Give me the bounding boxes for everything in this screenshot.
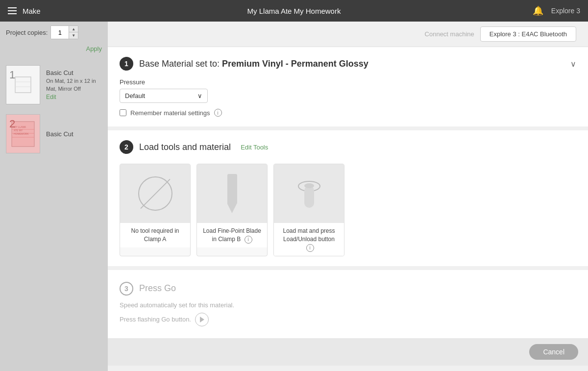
mat-info-icon[interactable]: i (306, 244, 314, 252)
top-bar: Make My Llama Ate My Homework 🔔 Explore … (0, 0, 588, 22)
tool-card-no-tool: No tool required in Clamp A (120, 164, 191, 256)
project-copies-row: Project copies: ▲ ▼ (0, 22, 108, 43)
mat1-edit-link[interactable]: Edit (46, 94, 56, 100)
blade-info-icon[interactable]: i (245, 236, 252, 244)
pressure-chevron-icon: ∨ (197, 92, 202, 99)
pressure-row: Pressure Default ∨ (120, 78, 576, 103)
section1-number: 1 (120, 57, 133, 71)
sidebar-item-mat1[interactable]: 1 Basic Cut On Mat, 12 in x 12 in Mat, M… (0, 60, 108, 109)
svg-rect-0 (15, 77, 31, 93)
mat2-number: 2 (9, 118, 15, 130)
section3-header: 3 Press Go (120, 282, 576, 296)
edit-tools-link[interactable]: Edit Tools (241, 144, 268, 151)
machine-name-label: Explore 3 (551, 7, 580, 15)
mat-press-icon (290, 169, 329, 218)
section3-title: Press Go (139, 283, 176, 294)
copies-decrement[interactable]: ▼ (69, 32, 78, 39)
section1-material: Premium Vinyl - Permanent Glossy (222, 59, 368, 69)
sidebar-items: 1 Basic Cut On Mat, 12 in x 12 in Mat, M… (0, 56, 108, 371)
section2-title: Load tools and material (139, 142, 231, 152)
mat1-label: Basic Cut (46, 69, 102, 76)
pressure-select[interactable]: Default ∨ (120, 89, 208, 103)
tool-card-no-tool-label: No tool required in Clamp A (120, 223, 190, 247)
section1-chevron-icon[interactable]: ∨ (570, 59, 576, 69)
section3-number: 3 (120, 282, 133, 296)
remember-label: Remember material settings (130, 109, 210, 117)
page-title: My Llama Ate My Homework (247, 7, 341, 15)
mat1-thumbnail: 1 (6, 65, 40, 104)
play-triangle-icon (200, 317, 204, 322)
connect-machine-label: Connect machine (425, 30, 474, 38)
section-press-go: 3 Press Go Speed automatically set for t… (108, 270, 588, 338)
svg-rect-11 (304, 186, 314, 208)
copies-increment[interactable]: ▲ (69, 26, 78, 32)
tool-card-blade-image (197, 164, 267, 223)
mat1-info: Basic Cut On Mat, 12 in x 12 in Mat, Mir… (46, 69, 102, 100)
top-bar-right: 🔔 Explore 3 (533, 5, 580, 16)
svg-point-12 (304, 183, 314, 188)
svg-text:HOMEWORK: HOMEWORK (14, 132, 29, 135)
section1-title: Base Material set to: Premium Vinyl - Pe… (139, 59, 368, 69)
main-content: Connect machine Explore 3 : E4AC Bluetoo… (108, 22, 588, 371)
stepper-buttons: ▲ ▼ (69, 26, 78, 39)
copies-input[interactable] (51, 26, 69, 39)
mat1-details: On Mat, 12 in x 12 in Mat, Mirror Off (46, 77, 102, 93)
tool-card-blade: Load Fine-Point Blade in Clamp B i (196, 164, 268, 256)
tool-card-mat-label: Load mat and press Load/Unload button i (274, 223, 344, 256)
section2-header: 2 Load tools and material Edit Tools (120, 140, 576, 154)
svg-text:MY LLAMA: MY LLAMA (14, 125, 26, 128)
remember-info-icon[interactable]: i (214, 109, 222, 117)
mat2-thumbnail: 2 MY LLAMA ATE MY HOMEWORK (6, 114, 40, 153)
apply-button[interactable]: Apply (0, 43, 108, 56)
sidebar: Project copies: ▲ ▼ Apply 1 (0, 22, 108, 371)
mat1-number: 1 (9, 69, 15, 81)
tools-grid: No tool required in Clamp A Load Fine-Po… (120, 164, 576, 256)
main-layout: Project copies: ▲ ▼ Apply 1 (0, 22, 588, 371)
copies-stepper[interactable]: ▲ ▼ (50, 25, 78, 39)
tool-card-blade-label: Load Fine-Point Blade in Clamp B i (197, 223, 267, 247)
pressure-value: Default (125, 92, 145, 99)
mat2-info: Basic Cut (46, 130, 74, 138)
play-button[interactable] (195, 313, 209, 326)
go-press-row: Press flashing Go button. (120, 313, 576, 326)
project-copies-label: Project copies: (6, 29, 48, 36)
blade-icon (227, 174, 237, 213)
connect-machine-bar: Connect machine Explore 3 : E4AC Bluetoo… (108, 22, 588, 47)
mat1-icon (13, 75, 33, 95)
footer: Cancel (108, 338, 588, 366)
section2-number: 2 (120, 140, 133, 154)
hamburger-menu[interactable] (8, 7, 17, 14)
go-speed-text: Speed automatically set for this materia… (120, 301, 576, 309)
no-tool-icon (138, 176, 172, 211)
blade-body (227, 174, 237, 203)
connect-machine-button[interactable]: Explore 3 : E4AC Bluetooth (480, 26, 576, 42)
blade-tip (227, 203, 237, 213)
sidebar-item-mat2[interactable]: 2 MY LLAMA ATE MY HOMEWORK Basic Cut (0, 109, 108, 158)
top-bar-left: Make (8, 7, 41, 15)
section-base-material: 1 Base Material set to: Premium Vinyl - … (108, 47, 588, 126)
go-press-label: Press flashing Go button. (120, 316, 191, 323)
tool-card-mat-image (274, 164, 344, 223)
pressure-label: Pressure (120, 78, 576, 86)
remember-checkbox[interactable] (120, 109, 126, 116)
mat2-label: Basic Cut (46, 130, 74, 138)
notification-bell-icon[interactable]: 🔔 (533, 5, 543, 16)
tool-card-no-tool-image (120, 164, 190, 223)
remember-row: Remember material settings i (120, 109, 576, 117)
section1-header: 1 Base Material set to: Premium Vinyl - … (120, 57, 576, 71)
section-load-tools: 2 Load tools and material Edit Tools No … (108, 130, 588, 266)
cancel-button[interactable]: Cancel (529, 344, 578, 360)
tool-card-mat: Load mat and press Load/Unload button i (273, 164, 344, 256)
make-label: Make (23, 7, 41, 15)
